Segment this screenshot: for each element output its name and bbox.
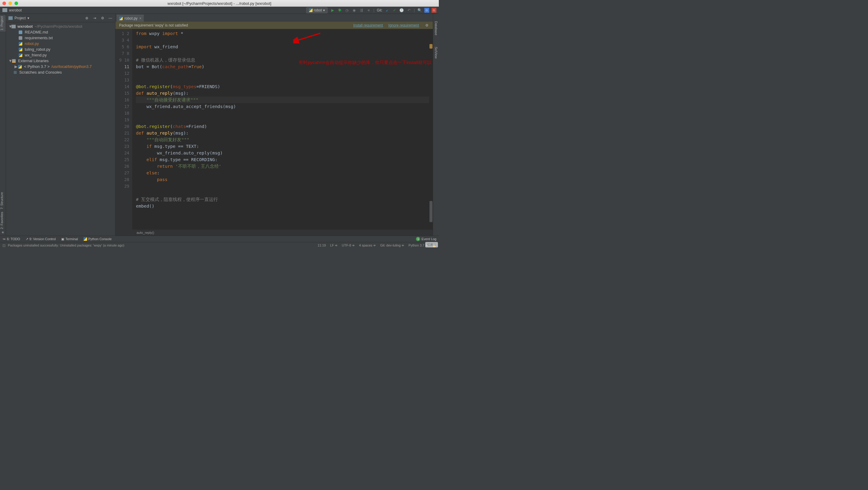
python-icon — [309, 8, 313, 12]
right-gutter: Database SciView — [433, 14, 439, 236]
sciview-tool-button[interactable]: SciView — [434, 46, 438, 60]
python-icon — [18, 65, 22, 68]
scratches-label: Scratches and Consoles — [19, 70, 62, 75]
file-name: README.md — [25, 30, 48, 34]
close-window-button[interactable] — [2, 1, 6, 5]
tree-external-libraries[interactable]: ▼ External Libraries — [6, 58, 115, 64]
debug-button[interactable]: 🪲 — [337, 8, 342, 13]
editor-breadcrumb[interactable]: auto_reply() — [116, 230, 433, 236]
project-tool-button[interactable]: 1: Project — [0, 15, 6, 31]
install-requirement-link[interactable]: Install requirement — [353, 23, 383, 27]
git-label: Git: — [377, 8, 382, 12]
breadcrumb-project[interactable]: wxrobot — [9, 8, 22, 12]
editor-tabs: robot.py × — [116, 14, 433, 22]
locate-icon[interactable]: ⊕ — [84, 16, 89, 21]
settings-gear-icon[interactable]: ⚙ — [100, 16, 105, 21]
titlebar: wxrobot [~/PycharmProjects/wxrobot] - ..… — [0, 0, 439, 7]
stop-button[interactable]: ■ — [366, 8, 371, 13]
file-encoding[interactable]: UTF-8 ≑ — [342, 243, 355, 248]
code-area[interactable]: 1 2 3 4 5 6 7 8 9 10 11 12 13 14 15 16 1… — [116, 29, 433, 230]
editor-scrollbar[interactable] — [429, 44, 433, 224]
ext-icon-1[interactable]: G — [424, 8, 429, 13]
terminal-tool-button[interactable]: ▣ Terminal — [61, 237, 78, 241]
todo-tool-button[interactable]: ≔ 6: TODO — [2, 237, 20, 241]
tree-file-readme[interactable]: README.md — [6, 29, 115, 35]
python-icon — [19, 42, 22, 46]
tree-file-requirements[interactable]: requirements.txt — [6, 35, 115, 41]
tool-window-bar: ≔ 6: TODO ↗ 9: Version Control ▣ Termina… — [0, 236, 439, 242]
project-panel-title[interactable]: Project — [14, 16, 26, 20]
indent-setting[interactable]: 4 spaces ≑ — [359, 243, 376, 248]
git-commit-button[interactable]: ✓ — [392, 8, 397, 13]
scroll-warning-marker[interactable] — [430, 44, 433, 49]
close-tab-icon[interactable]: × — [139, 16, 141, 21]
library-icon — [12, 59, 16, 63]
chevron-down-icon[interactable]: ▾ — [27, 16, 29, 20]
chevron-down-icon: ▾ — [323, 8, 325, 12]
scratches-icon: ⊞ — [13, 70, 18, 75]
event-badge: 1 — [416, 237, 420, 241]
notification-message: Package requirement 'wxpy' is not satisf… — [119, 23, 188, 27]
project-tree: ▼ wxrobot ~/PycharmProjects/wxrobot READ… — [6, 22, 115, 76]
favorites-tool-button[interactable]: 2: Favorites — [0, 211, 6, 230]
status-message: Packages uninstalled successfully: Unins… — [8, 243, 124, 247]
external-libs-label: External Libraries — [18, 59, 49, 63]
project-panel: Project ▾ ⊕ ⇥ ⚙ — ▼ wxrobot ~/PycharmPro… — [6, 14, 116, 236]
line-separator[interactable]: LF ≑ — [330, 243, 338, 248]
vcs-tool-button[interactable]: ↗ 9: Version Control — [26, 237, 56, 241]
file-name: robot.py — [25, 41, 39, 46]
code-content[interactable]: from wxpy import * import wx_friend # 微信… — [132, 29, 433, 230]
tree-file-tuling[interactable]: tuling_robot.py — [6, 47, 115, 52]
ext-icon-2[interactable]: G — [432, 8, 436, 13]
database-tool-button[interactable]: Database — [434, 20, 438, 36]
structure-tool-button[interactable]: 7: Structure — [0, 191, 6, 211]
tree-root-path: ~/PycharmProjects/wxrobot — [35, 24, 83, 29]
git-revert-button[interactable]: ↶ — [407, 8, 411, 13]
python-icon — [84, 237, 87, 241]
annotation-text: 有时pycahrm会自动提示你缺少的库，你只要点击一下install就可以 — [299, 60, 432, 65]
tree-scratches[interactable]: ⊞ Scratches and Consoles — [6, 69, 115, 75]
concurrency-button[interactable]: ⇶ — [359, 8, 364, 13]
watermark: 亿速云 — [425, 242, 438, 248]
tree-python-env[interactable]: ▶ < Python 3.7 > /usr/local/bin/python3.… — [6, 64, 115, 69]
zoom-window-button[interactable] — [14, 1, 18, 5]
line-number-gutter[interactable]: 1 2 3 4 5 6 7 8 9 10 11 12 13 14 15 16 1… — [116, 29, 132, 230]
ignore-requirement-link[interactable]: Ignore requirement — [389, 23, 419, 27]
editor-tab-robot[interactable]: robot.py × — [117, 15, 144, 22]
git-update-button[interactable]: ↙ — [385, 8, 390, 13]
status-tool-windows-icon[interactable]: ◫ — [2, 243, 5, 248]
python-icon — [19, 48, 22, 51]
event-log-button[interactable]: 1 Event Log — [416, 237, 436, 241]
tab-label: robot.py — [124, 16, 137, 21]
python-icon — [119, 17, 123, 20]
file-name: tuling_robot.py — [25, 47, 50, 52]
run-button[interactable]: ▶ — [330, 8, 335, 13]
run-coverage-button[interactable]: ◷ — [344, 8, 349, 13]
scroll-thumb[interactable] — [430, 201, 433, 222]
package-requirement-notification: Package requirement 'wxpy' is not satisf… — [116, 22, 433, 29]
run-config-name: robot — [314, 8, 322, 12]
profile-button[interactable]: ◉ — [352, 8, 356, 13]
cursor-position[interactable]: 11:19 — [318, 243, 326, 247]
breadcrumb-function: auto_reply() — [136, 231, 154, 234]
text-icon — [19, 36, 22, 40]
tree-root[interactable]: ▼ wxrobot ~/PycharmProjects/wxrobot — [6, 24, 115, 29]
navigation-bar: wxrobot robot ▾ ▶ 🪲 ◷ ◉ ⇶ ■ | Git: ↙ ✓ 🕐… — [0, 7, 439, 14]
tree-file-robot[interactable]: robot.py — [6, 41, 115, 47]
notification-settings-icon[interactable]: ⚙ — [424, 23, 429, 28]
folder-icon — [11, 25, 16, 28]
markdown-icon — [19, 30, 22, 34]
status-bar: ◫ Packages uninstalled successfully: Uni… — [0, 242, 439, 248]
git-branch[interactable]: Git: dev-tuling ≑ — [380, 243, 404, 248]
git-history-button[interactable]: 🕐 — [399, 8, 404, 13]
traffic-lights — [2, 1, 18, 5]
window-title: wxrobot [~/PycharmProjects/wxrobot] - ..… — [167, 1, 271, 6]
python-console-tool-button[interactable]: Python Console — [84, 237, 112, 241]
folder-icon — [2, 8, 7, 12]
hide-panel-icon[interactable]: — — [108, 16, 113, 21]
search-everywhere-button[interactable]: 🔍 — [417, 8, 422, 13]
tree-file-wxfriend[interactable]: wx_friend.py — [6, 52, 115, 58]
minimize-window-button[interactable] — [8, 1, 12, 5]
collapse-all-icon[interactable]: ⇥ — [92, 16, 97, 21]
run-configuration-selector[interactable]: robot ▾ — [306, 7, 328, 13]
